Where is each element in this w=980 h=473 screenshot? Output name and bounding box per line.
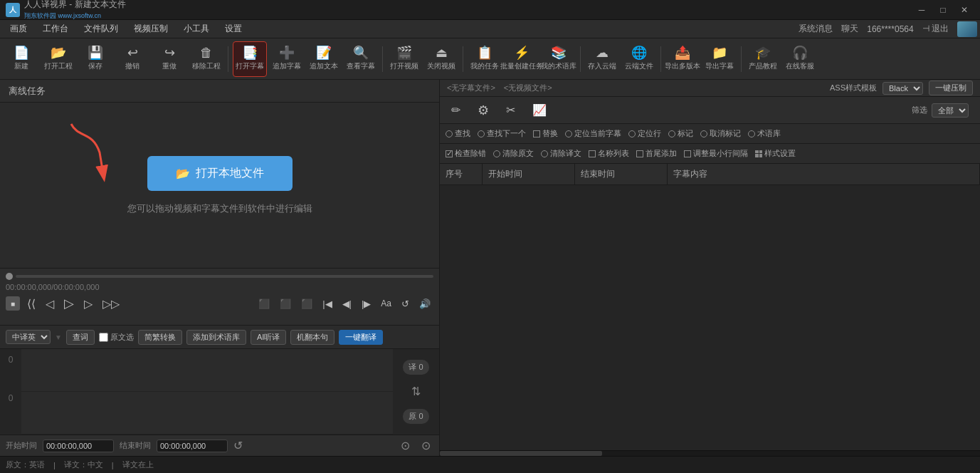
cloud-files-button[interactable]: 🌐 云端文件 [622, 41, 656, 77]
editor-row-1[interactable] [21, 349, 393, 392]
ass-select[interactable]: Black [882, 82, 923, 95]
menu-tools[interactable]: 小工具 [176, 21, 216, 37]
table-body[interactable] [440, 185, 980, 450]
original-check-input[interactable] [99, 333, 108, 342]
menu-compress[interactable]: 视频压制 [127, 21, 175, 37]
close-button[interactable]: ✕ [954, 3, 974, 17]
search-glossary[interactable]: 术语库 [748, 128, 781, 139]
next-nav-button[interactable]: ⊙ [418, 439, 433, 452]
open-file-button[interactable]: 📂 打开本地文件 [147, 156, 293, 191]
editor-main [21, 349, 393, 435]
align-right-button[interactable]: ⬛ [298, 297, 315, 311]
add-subtitle-button[interactable]: ➕ 追加字幕 [270, 41, 304, 77]
undo-button[interactable]: ↩ 撤销 [115, 41, 149, 77]
next-sub-button[interactable]: |▶ [359, 297, 374, 311]
next-slow-button[interactable]: ▷ [81, 296, 95, 312]
prev-sub-button[interactable]: ◀| [339, 297, 354, 311]
maximize-button[interactable]: □ [933, 3, 953, 17]
original-check-label[interactable]: 原文选 [99, 332, 134, 343]
menu-settings[interactable]: 设置 [218, 21, 249, 37]
open-subtitle-button[interactable]: 📑 打开字幕 [233, 41, 267, 77]
play-button[interactable]: ▷ [61, 294, 77, 313]
check-subtitle-button[interactable]: 🔍 查看字幕 [344, 41, 378, 77]
scrollbar-thumb[interactable] [440, 451, 602, 456]
logout-btn[interactable]: ⊣ 退出 [922, 23, 949, 35]
remove-project-button[interactable]: 🗑 移除工程 [189, 41, 223, 77]
redo-button[interactable]: ↪ 重做 [152, 41, 186, 77]
lang-select[interactable]: 中译英 [6, 330, 51, 344]
search-check-remove[interactable]: ✓ 检查除错 [446, 148, 486, 159]
save-button[interactable]: 💾 保存 [78, 41, 112, 77]
mark-in-button[interactable]: |◀ [320, 297, 334, 311]
search-locate-line[interactable]: 定位行 [628, 128, 661, 139]
menu-workspace[interactable]: 工作台 [36, 21, 75, 37]
editor-row-2[interactable] [21, 392, 393, 435]
drop-area[interactable]: 📂 打开本地文件 您可以拖动视频和字幕文件到软件中进行编辑 [0, 103, 439, 268]
lookup-button[interactable]: 查词 [66, 330, 95, 345]
search-cancel-mark[interactable]: 取消标记 [700, 128, 741, 139]
export-multi-button[interactable]: 📤 导出多版本 [665, 41, 700, 77]
one-key-translate-btn[interactable]: 一键翻译 [339, 330, 383, 345]
translate-badge[interactable]: 译 0 [403, 360, 428, 375]
menu-filequeue[interactable]: 文件队列 [77, 21, 125, 37]
search-style-settings[interactable]: 样式设置 [755, 148, 796, 159]
search-clear-translate[interactable]: 清除译文 [541, 148, 581, 159]
search-locate-current[interactable]: 定位当前字幕 [565, 128, 621, 139]
circle-mark-icon [668, 130, 675, 137]
online-support-button[interactable]: 🎧 在线客服 [783, 41, 817, 77]
search-head-tail-add[interactable]: 首尾添加 [636, 148, 677, 159]
search-clear-original[interactable]: 清除原文 [493, 148, 534, 159]
minimize-button[interactable]: ─ [912, 3, 932, 17]
ai-listen-btn[interactable]: AI听译 [251, 330, 286, 345]
prev-frame-button[interactable]: ⟨⟨ [24, 296, 38, 312]
right-scrollbar[interactable] [440, 450, 980, 456]
volume-button[interactable]: 🔊 [416, 297, 433, 311]
menu-huazhi[interactable]: 画质 [3, 21, 34, 37]
my-tasks-button[interactable]: 📋 我的任务 [468, 41, 502, 77]
toolbar-divider-3 [463, 46, 463, 72]
save-cloud-button[interactable]: ☁ 存入云端 [585, 41, 619, 77]
search-adjust-gap[interactable]: 调整最小行间隔 [684, 148, 748, 159]
search-find-next[interactable]: 查找下一个 [478, 128, 526, 139]
search-name-list[interactable]: 名称列表 [589, 148, 629, 159]
traditional-btn[interactable]: 简繁转换 [138, 330, 182, 345]
start-time-input[interactable] [43, 440, 114, 452]
right-toolbar: ✏ ⚙ ✂ 📈 筛选 全部 [440, 97, 980, 124]
tutorial-button[interactable]: 🎓 产品教程 [746, 41, 780, 77]
cut-icon[interactable]: ✂ [506, 103, 515, 117]
one-key-compress-btn[interactable]: 一键压制 [929, 80, 973, 95]
original-badge[interactable]: 原 0 [403, 409, 428, 424]
new-button[interactable]: 📄 新建 [4, 41, 38, 77]
close-video-button[interactable]: ⏏ 关闭视频 [424, 41, 458, 77]
end-time-input[interactable] [157, 440, 228, 452]
search-find[interactable]: 查找 [446, 128, 470, 139]
system-msg-link[interactable]: 系统消息 [799, 23, 833, 35]
add-glossary-btn[interactable]: 添加到术语库 [186, 330, 246, 345]
batch-tasks-button[interactable]: ⚡ 批量创建任务 [505, 41, 539, 77]
swap-icon[interactable]: ⇅ [411, 385, 421, 398]
search-mark[interactable]: 标记 [668, 128, 693, 139]
chart-icon[interactable]: 📈 [532, 103, 547, 117]
avatar [957, 21, 977, 37]
loop-button[interactable]: ↺ [399, 297, 412, 311]
open-project-button[interactable]: 📂 打开工程 [41, 41, 75, 77]
my-glossary-button[interactable]: 📚 我的术语库 [542, 41, 576, 77]
timeline-track[interactable] [16, 275, 433, 278]
font-size-button[interactable]: Aa [378, 297, 394, 310]
refresh-icon[interactable]: ↺ [233, 439, 243, 452]
settings-icon[interactable]: ⚙ [478, 103, 489, 118]
align-center-button[interactable]: ⬛ [277, 297, 294, 311]
open-video-button[interactable]: 🎬 打开视频 [387, 41, 421, 77]
align-left-button[interactable]: ⬛ [255, 297, 273, 311]
machine-translate-btn[interactable]: 机翻本句 [290, 330, 334, 345]
search-replace[interactable]: 替换 [533, 128, 558, 139]
prev-nav-button[interactable]: ⊙ [398, 439, 413, 452]
export-subtitle-button[interactable]: 📁 导出字幕 [702, 41, 737, 77]
edit-icon[interactable]: ✏ [451, 103, 460, 117]
chat-link[interactable]: 聊天 [841, 23, 858, 35]
stop-button[interactable]: ■ [6, 296, 20, 311]
add-text-button[interactable]: 📝 追加文本 [307, 41, 341, 77]
next-frame-button[interactable]: ▷▷ [100, 296, 122, 312]
filter-select[interactable]: 全部 [932, 103, 969, 118]
prev-slow-button[interactable]: ◁ [43, 296, 57, 312]
